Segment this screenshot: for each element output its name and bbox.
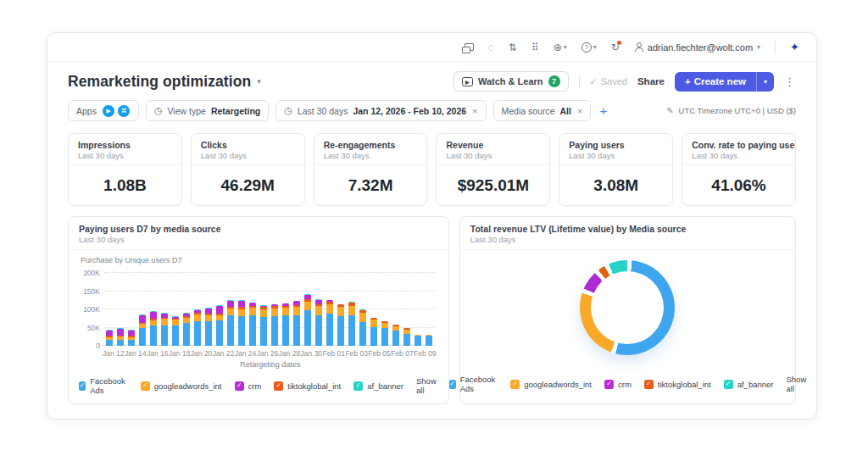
question-glyph: ? [581,42,592,53]
stacked-bar[interactable] [194,309,201,346]
stacked-bar[interactable] [139,314,146,346]
stacked-bar[interactable] [172,316,179,346]
x-tick-label: Jan 22 [213,349,235,358]
create-new-dropdown[interactable]: ▾ [756,72,774,92]
saved-label: Saved [601,76,627,86]
media-source-filter-chip[interactable]: Media source All × [493,100,592,121]
stacked-bar[interactable] [381,321,388,346]
legend-checkbox[interactable]: ✓ [141,381,150,391]
legend-checkbox[interactable]: ✓ [449,380,456,389]
remove-date-filter-icon[interactable]: × [472,106,477,116]
show-all-link[interactable]: Show all [416,376,437,395]
legend-item[interactable]: ✓Facebook Ads [79,376,128,395]
legend-checkbox[interactable]: ✓ [235,381,244,391]
user-email: adrian.fiechter@wolt.com [648,42,753,53]
legend-item[interactable]: ✓Facebook Ads [449,375,498,393]
whats-new-icon[interactable]: ↻ [611,42,620,53]
stacked-bar[interactable] [326,300,333,346]
legend-checkbox[interactable]: ✓ [510,380,520,389]
kpi-card-conv-rate[interactable]: Conv. rate to paying userLast 30 days 41… [682,133,796,206]
stacked-bar[interactable] [293,301,300,346]
legend-checkbox[interactable]: ✓ [604,380,614,389]
kpi-card-revenue[interactable]: RevenueLast 30 days $925.01M [436,133,550,206]
remove-media-filter-icon[interactable]: × [577,106,582,116]
kpi-value: 3.08M [559,165,672,205]
user-menu[interactable]: adrian.fiechter@wolt.com ▾ [634,42,760,53]
legend-item[interactable]: ✓tiktokglobal_int [644,380,711,389]
bar-segment [106,331,113,336]
timezone-currency[interactable]: ✎ UTC Timezone UTC+0 | USD ($) [666,106,796,115]
stacked-bar[interactable] [392,325,399,346]
kpi-row: ImpressionsLast 30 days 1.08B ClicksLast… [47,130,816,216]
bar-segment [370,327,377,346]
saved-status: ✓ Saved [590,76,627,87]
sort-icon[interactable]: ⇅ [509,42,517,53]
more-menu-icon[interactable]: ⋮ [784,75,796,88]
legend-checkbox[interactable]: ✓ [79,381,86,391]
legend-item[interactable]: ✓googleadwords_int [510,380,592,389]
kpi-card-impressions[interactable]: ImpressionsLast 30 days 1.08B [68,133,182,206]
kpi-card-clicks[interactable]: ClicksLast 30 days 46.29M [191,133,305,206]
kpi-card-paying-users[interactable]: Paying usersLast 30 days 3.08M [559,133,673,206]
stacked-bar[interactable] [260,305,267,346]
x-tick-label: Feb 01 [323,349,345,358]
donut-chart-title: Total revenue LTV (Lifetime value) by Me… [470,224,785,234]
add-filter-button[interactable]: + [598,103,609,118]
share-button[interactable]: Share [637,76,665,86]
kpi-period: Last 30 days [201,151,295,160]
stacked-bar[interactable] [106,330,113,346]
view-type-filter-chip[interactable]: ◷ View type Retargeting [146,100,269,121]
bar-segment [139,328,146,347]
stacked-bar[interactable] [315,299,322,346]
help-menu-icon[interactable]: ?▾ [581,42,597,53]
create-new-button[interactable]: + Create new ▾ [675,72,774,92]
stacked-bar[interactable] [183,313,190,346]
stacked-bar[interactable] [370,318,377,346]
stacked-bar[interactable] [128,330,135,346]
title-dropdown-icon[interactable]: ▾ [257,77,261,86]
legend-label: tiktokglobal_int [287,381,341,391]
legend-item[interactable]: ✓crm [604,380,632,389]
stacked-bar[interactable] [359,309,366,346]
legend-checkbox[interactable]: ✓ [274,381,283,391]
legend-item[interactable]: ✓googleadwords_int [141,381,222,391]
stacked-bar[interactable] [216,305,223,346]
stacked-bar[interactable] [117,328,124,346]
watch-learn-button[interactable]: ▶ Watch & Learn 7 [453,71,569,92]
show-all-link[interactable]: Show all [786,375,806,393]
legend-checkbox[interactable]: ✓ [724,380,733,389]
apps-filter-chip[interactable]: Apps ▶ ⌘ [68,100,139,121]
kpi-value: $925.01M [437,165,549,205]
screens-icon[interactable] [465,43,474,51]
legend-item[interactable]: ✓tiktokglobal_int [274,381,341,391]
date-range-filter-chip[interactable]: ◷ Last 30 days Jan 12, 2026 - Feb 10, 20… [275,100,486,121]
stacked-bar[interactable] [249,303,256,346]
legend-item[interactable]: ✓crm [235,381,262,391]
stacked-bar[interactable] [227,300,234,346]
kpi-period: Last 30 days [569,151,663,160]
stacked-bar[interactable] [426,335,432,346]
new-widget-button[interactable]: + New widget [68,419,128,420]
stacked-bar[interactable] [150,311,157,346]
stacked-bar[interactable] [348,302,355,346]
stacked-bar[interactable] [337,304,344,346]
language-globe-icon[interactable]: ⊕▾ [554,42,567,53]
kpi-card-re-engagements[interactable]: Re-engagementsLast 30 days 7.32M [314,133,428,206]
stacked-bar[interactable] [161,313,168,346]
legend-item[interactable]: ✓af_banner [724,380,774,389]
stacked-bar[interactable] [282,303,289,346]
legend-checkbox[interactable]: ✓ [353,381,363,391]
stacked-bar[interactable] [304,294,311,346]
stacked-bar[interactable] [238,300,245,346]
legend-item[interactable]: ✓af_banner [353,381,403,391]
app-launcher-grid-icon[interactable]: ⠿ [531,42,539,53]
community-icon[interactable]: ◌ [488,42,494,53]
stacked-bar[interactable] [271,304,278,346]
stacked-bar[interactable] [415,335,421,346]
ai-assistant-sparkle-icon[interactable]: ✦ [790,41,799,53]
x-tick-label: Feb 09 [414,349,436,358]
stacked-bar[interactable] [205,308,212,346]
donut-ring[interactable] [580,260,675,355]
legend-checkbox[interactable]: ✓ [644,380,654,389]
stacked-bar[interactable] [403,328,410,346]
